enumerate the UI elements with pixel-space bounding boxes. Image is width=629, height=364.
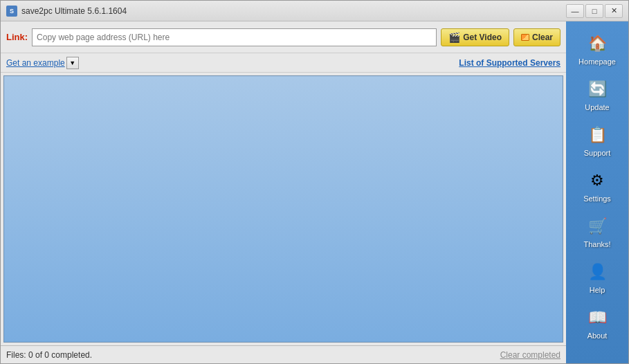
sidebar-item-support[interactable]: 📋 Support <box>571 118 623 161</box>
get-example-area: Get an example ▼ <box>6 57 79 69</box>
sidebar-item-about[interactable]: 📖 About <box>571 301 623 344</box>
link-label: Link: <box>6 32 28 42</box>
sidebar-label-update: Update <box>585 103 609 111</box>
sidebar-label-homepage: Homepage <box>578 57 616 66</box>
get-video-button[interactable]: 🎬 Get Video <box>441 28 509 46</box>
clear-completed-link[interactable]: Clear completed <box>500 350 560 360</box>
close-button[interactable]: ✕ <box>605 4 623 18</box>
about-icon: 📖 <box>585 305 610 330</box>
sub-bar: Get an example ▼ List of Supported Serve… <box>1 53 566 73</box>
minimize-button[interactable]: — <box>566 4 584 18</box>
get-example-link[interactable]: Get an example <box>6 58 65 68</box>
example-dropdown-button[interactable]: ▼ <box>66 57 79 69</box>
sidebar-item-help[interactable]: 👤 Help <box>571 255 623 298</box>
left-panel: Link: 🎬 Get Video Clear Get an example ▼ <box>1 21 566 363</box>
sidebar-item-homepage[interactable]: 🏠 Homepage <box>571 27 623 70</box>
statusbar: Files: 0 of 0 completed. Clear completed <box>1 345 566 363</box>
link-input[interactable] <box>32 28 437 46</box>
app-icon: S <box>6 6 17 17</box>
files-status: Files: 0 of 0 completed. <box>6 350 92 360</box>
right-sidebar: 🏠 Homepage 🔄 Update 📋 Support ⚙ Settings… <box>566 21 628 363</box>
sidebar-label-support: Support <box>584 149 611 157</box>
sidebar-label-thanks: Thanks! <box>583 240 610 248</box>
sidebar-label-help: Help <box>590 286 605 294</box>
film-icon: 🎬 <box>448 32 460 43</box>
support-icon: 📋 <box>585 122 610 147</box>
chevron-down-icon: ▼ <box>69 60 75 66</box>
app-window: S save2pc Ultimate 5.6.1.1604 — □ ✕ Link… <box>0 0 629 364</box>
download-area <box>3 75 563 343</box>
clear-button[interactable]: Clear <box>513 28 560 46</box>
maximize-button[interactable]: □ <box>585 4 603 18</box>
settings-icon: ⚙ <box>585 168 610 193</box>
update-icon: 🔄 <box>585 77 610 102</box>
supported-servers-link[interactable]: List of Supported Servers <box>459 58 560 68</box>
main-content: Link: 🎬 Get Video Clear Get an example ▼ <box>1 21 628 363</box>
sidebar-label-about: About <box>587 331 608 340</box>
sidebar-label-settings: Settings <box>583 194 611 203</box>
window-controls: — □ ✕ <box>566 4 623 18</box>
homepage-icon: 🏠 <box>585 31 610 56</box>
sidebar-item-thanks[interactable]: 🛒 Thanks! <box>571 210 623 253</box>
eraser-icon <box>521 34 529 41</box>
window-title: save2pc Ultimate 5.6.1.1604 <box>21 6 566 16</box>
titlebar: S save2pc Ultimate 5.6.1.1604 — □ ✕ <box>1 1 628 21</box>
help-icon: 👤 <box>585 260 610 284</box>
sidebar-item-update[interactable]: 🔄 Update <box>571 73 623 116</box>
link-bar: Link: 🎬 Get Video Clear <box>1 21 566 53</box>
thanks-icon: 🛒 <box>585 214 610 239</box>
sidebar-item-settings[interactable]: ⚙ Settings <box>571 164 623 207</box>
